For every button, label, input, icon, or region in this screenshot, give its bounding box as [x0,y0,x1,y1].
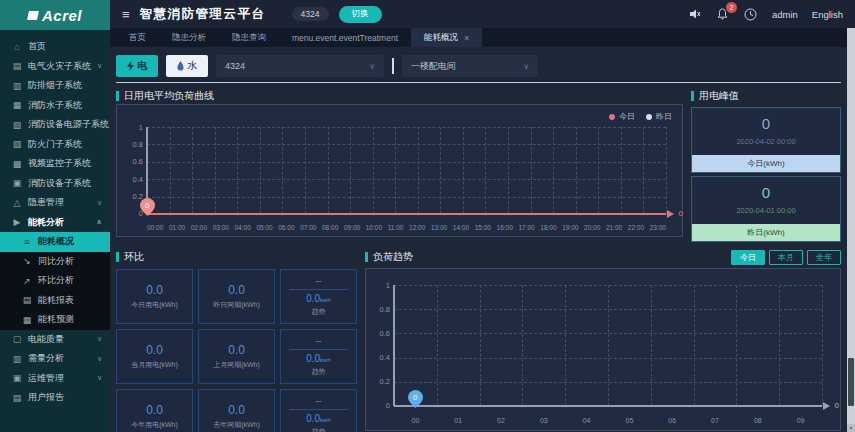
row-load-curve: 日用电平均负荷曲线 今日 昨日 10.80.60.40.20 [116,88,841,242]
language-switcher[interactable]: English [812,9,843,20]
ring-grid: 0.0 今日用电(kWh) 0.0 昨日同期(kWh) -- 0.0kwh 趋势 [116,269,357,432]
x-tick: 02 [480,417,523,424]
sidebar-item-hazard[interactable]: △ 隐患管理 ∨ [0,193,110,213]
sidebar-item-fire-device[interactable]: ▣ 消防设备子系统 [0,174,110,194]
mute-icon[interactable] [688,7,702,21]
sidebar-item-mom-analysis[interactable]: ↗ 环比分析 [0,271,110,291]
section-title-ring: 环比 [116,249,357,265]
legend-label: 昨日 [656,111,672,122]
tab-label: 能耗概况 [424,32,458,44]
x-tick: 00:00 [147,224,163,231]
sidebar-item-power[interactable]: ▧ 消防设备电源子系统 [0,115,110,135]
sidebar-menu: ⌂ 首页 ▤ 电气火灾子系统 ∨ ▥ 防排烟子系统 ▦ 消防水子系统 ▧ 消防设… [0,30,110,432]
energy-icon: ▶ [12,217,22,227]
sidebar-item-label: 环比分析 [38,274,74,287]
marker-value: 0 [145,201,149,210]
range-year-button[interactable]: 全年 [807,250,841,265]
trend-range-buttons: 今日 本月 全年 [731,250,841,265]
sidebar-item-power-quality[interactable]: ▢ 电能质量 ∨ [0,330,110,350]
sidebar-item-energy-report[interactable]: ▤ 能耗报表 [0,291,110,311]
quality-icon: ▢ [12,334,22,344]
sidebar-item-label: 消防设备电源子系统 [28,118,109,131]
legend-label: 今日 [619,111,635,122]
legend-today[interactable]: 今日 [609,111,635,122]
scrollbar-down-button[interactable]: ▼ [847,424,855,432]
sidebar-item-label: 需量分析 [28,352,64,365]
load-trend-chart[interactable]: 10.80.60.40.20 0 0 00010203040506070809 [365,268,841,431]
lightning-icon [127,61,134,71]
peak-date: 2020-04-01 00:00 [736,206,795,215]
sidebar-item-energy-forecast[interactable]: ▦ 能耗预测 [0,310,110,330]
electric-toggle-button[interactable]: 电 [116,55,158,77]
x-tick: 08:00 [322,224,338,231]
sidebar-item-smoke[interactable]: ▥ 防排烟子系统 [0,76,110,96]
water-toggle-button[interactable]: 水 [166,55,208,77]
peak-date: 2020-04-02 00:00 [736,137,795,146]
daily-load-curve-chart[interactable]: 今日 昨日 10.80.60.40.20 0 0 [116,104,683,237]
x-tick: 10:00 [366,224,382,231]
x-tick: 07:00 [300,224,316,231]
tab-hazard-analysis[interactable]: 隐患分析 [159,28,219,47]
trend-divider [289,289,348,290]
clock-icon[interactable] [744,7,758,21]
sidebar-item-demand[interactable]: ▥ 需量分析 ∨ [0,349,110,369]
switch-button[interactable]: 切换 [339,6,382,23]
sidebar-item-yoy-analysis[interactable]: ↘ 同比分析 [0,252,110,272]
sidebar-item-video[interactable]: ▩ 视频监控子系统 [0,154,110,174]
device-select[interactable]: 4324 ∨ [216,55,384,77]
trend-top-value: -- [316,276,322,286]
smoke-icon: ▥ [12,81,22,91]
sidebar-item-electric-fire[interactable]: ▤ 电气火灾子系统 ∨ [0,57,110,77]
sidebar-item-fire-door[interactable]: ▨ 防火门子系统 [0,135,110,155]
x-tick: 13:00 [431,224,447,231]
sidebar-item-label: 能耗分析 [28,216,64,229]
trend-number: 0.0 [306,293,320,304]
scrollbar-track[interactable]: ▼ [847,28,855,432]
hamburger-icon[interactable]: ≡ [122,7,130,22]
mom-icon: ↗ [22,276,32,286]
tab-event-treatment[interactable]: menu.event.eventTreatment [279,28,411,47]
page-title: 智慧消防管理云平台 [140,6,266,23]
tab-home[interactable]: 首页 [116,28,159,47]
x-tick: 03:00 [213,224,229,231]
range-month-button[interactable]: 本月 [769,250,803,265]
sidebar-item-label: 首页 [28,40,46,53]
sidebar-item-home[interactable]: ⌂ 首页 [0,37,110,57]
power-icon: ▧ [12,120,22,130]
bell-icon[interactable]: 2 [716,7,730,21]
legend-dot-today [609,114,615,120]
username[interactable]: admin [772,9,798,20]
range-today-button[interactable]: 今日 [731,250,765,265]
trend-number: 0.0 [306,353,320,364]
sidebar-item-user-report[interactable]: ▤ 用户报告 [0,388,110,408]
sidebar-item-fire-water[interactable]: ▦ 消防水子系统 [0,96,110,116]
x-tick: 03 [522,417,565,424]
ring-trend-card: -- 0.0kwh 趋势 [280,389,357,432]
close-icon[interactable]: × [464,33,469,43]
room-select-value: 一楼配电间 [411,60,456,73]
tab-hazard-query[interactable]: 隐患查询 [219,28,279,47]
trend-unit: kwh [320,297,331,303]
title-accent-bar [116,252,119,262]
title-accent-bar [365,252,368,262]
section-title-text: 日用电平均负荷曲线 [124,89,214,103]
sidebar-item-energy-overview[interactable]: ≡ 能耗概况 [0,232,110,252]
tab-energy-overview[interactable]: 能耗概况 × [411,28,482,47]
sidebar-item-energy[interactable]: ▶ 能耗分析 ∧ [0,213,110,233]
sidebar-item-label: 防排烟子系统 [28,79,82,92]
room-select[interactable]: 一楼配电间 ∨ [402,55,538,77]
report-icon: ▤ [22,295,32,305]
trend-value: 0.0kwh [306,293,331,304]
section-title-text: 环比 [124,250,144,264]
sidebar-item-label: 同比分析 [38,255,74,268]
scrollbar-thumb[interactable] [848,358,854,406]
x-tick: 17:00 [518,224,534,231]
ring-value: 0.0 [228,283,245,297]
ops-icon: ▣ [12,373,22,383]
project-badge: 4324 [292,7,329,21]
main-area: ≡ 智慧消防管理云平台 4324 切换 2 admin English 首页 [110,0,855,432]
sidebar-item-ops[interactable]: ▣ 运维管理 ∨ [0,369,110,389]
legend-yesterday[interactable]: 昨日 [646,111,672,122]
tab-bar: 首页 隐患分析 隐患查询 menu.event.eventTreatment 能… [110,28,855,47]
ring-label: 当月用电(kWh) [131,360,178,370]
